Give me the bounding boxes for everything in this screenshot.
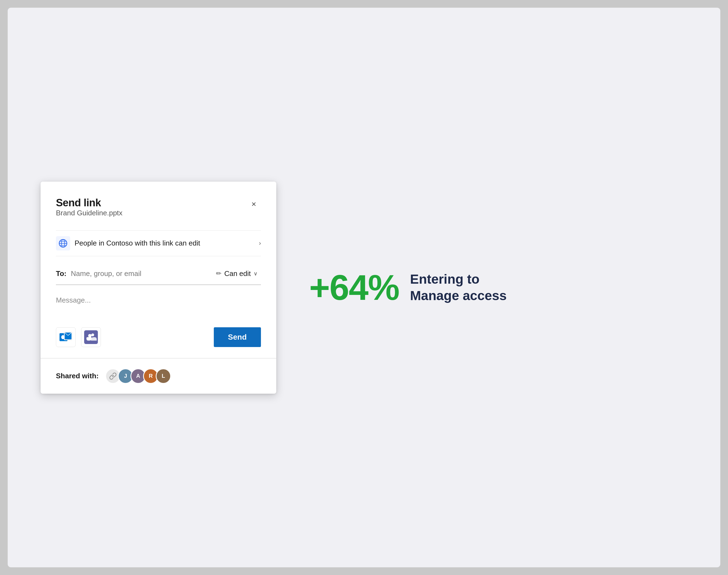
avatar-group: J A R L <box>105 368 171 384</box>
chevron-right-icon: › <box>259 240 261 247</box>
to-label: To: <box>56 269 67 278</box>
close-button[interactable]: × <box>247 197 261 211</box>
link-avatar-icon <box>109 372 117 380</box>
message-placeholder: Message... <box>56 294 261 307</box>
link-permission-text: People in Contoso with this link can edi… <box>75 239 255 247</box>
can-edit-label: Can edit <box>224 269 251 278</box>
pencil-icon: ✏ <box>216 270 221 277</box>
dialog-header: Send link Brand Guideline.pptx × <box>56 197 261 228</box>
message-area[interactable]: Message... <box>56 294 261 318</box>
stats-section: +64% Entering to Manage access <box>309 270 507 305</box>
to-row: To: ✏ Can edit ∨ <box>56 267 261 285</box>
outlook-button[interactable] <box>56 327 76 347</box>
svg-point-11 <box>91 333 94 336</box>
outlook-icon <box>59 330 73 344</box>
close-icon: × <box>251 199 256 209</box>
send-link-dialog: Send link Brand Guideline.pptx × <box>41 181 276 394</box>
actions-row: Send <box>56 327 261 358</box>
to-input[interactable] <box>71 269 213 278</box>
stat-number: +64% <box>309 270 399 305</box>
chevron-down-icon: ∨ <box>254 270 258 277</box>
svg-point-12 <box>88 334 92 337</box>
dialog-title-group: Send link Brand Guideline.pptx <box>56 197 122 228</box>
stat-row: +64% Entering to Manage access <box>309 270 507 305</box>
dialog-subtitle: Brand Guideline.pptx <box>56 209 122 217</box>
shared-with-section: Shared with: J A R <box>41 358 276 394</box>
avatar-person-4[interactable]: L <box>156 368 171 384</box>
dialog-title: Send link <box>56 197 122 209</box>
shared-with-label: Shared with: <box>56 372 99 380</box>
stat-label-line1: Entering to <box>410 271 507 288</box>
app-icons-group <box>56 327 101 347</box>
stat-label-group: Entering to Manage access <box>410 271 507 304</box>
link-permission-row[interactable]: People in Contoso with this link can edi… <box>56 231 261 256</box>
teams-icon <box>84 330 98 344</box>
can-edit-button[interactable]: ✏ Can edit ∨ <box>213 267 261 280</box>
send-button[interactable]: Send <box>214 327 261 347</box>
svg-point-9 <box>61 335 65 339</box>
send-label: Send <box>228 333 247 341</box>
main-frame: Send link Brand Guideline.pptx × <box>8 8 720 567</box>
link-permission-icon <box>56 236 70 250</box>
stat-label-line2: Manage access <box>410 288 507 304</box>
teams-button[interactable] <box>81 327 101 347</box>
